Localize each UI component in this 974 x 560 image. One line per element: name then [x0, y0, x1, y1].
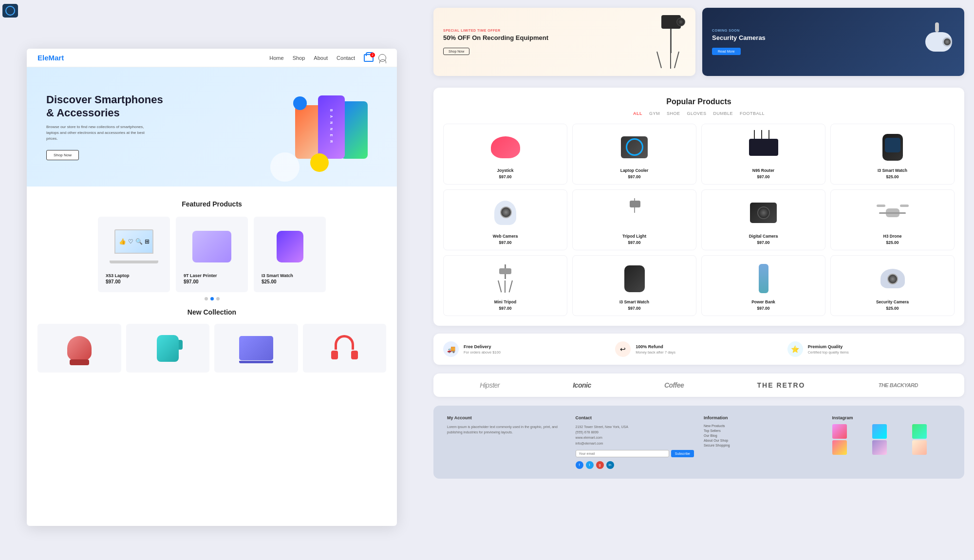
- delivery-icon: 🚚: [443, 341, 459, 357]
- seccam-img-area: [836, 261, 949, 296]
- filter-all[interactable]: ALL: [633, 111, 642, 116]
- tripod-img: [627, 198, 642, 227]
- nav-about[interactable]: About: [314, 55, 328, 61]
- dot-1[interactable]: [205, 297, 208, 300]
- hero-cta-button[interactable]: Shop Now: [46, 150, 79, 160]
- new-product-kettle[interactable]: [126, 324, 210, 373]
- service-quality: ⭐ Premium Quality Certified top quality …: [787, 341, 955, 357]
- product-webcam[interactable]: Web Camera $97.00: [443, 189, 567, 250]
- footer-account-text: Lorem ipsum is placeholder text commonly…: [447, 424, 566, 435]
- insta-img-6[interactable]: [912, 440, 927, 455]
- hero-banner: Discover Smartphones & Accessories Brows…: [27, 67, 397, 187]
- hero-title-line2: & Accessories: [46, 107, 120, 119]
- banner-recording-text: SPECIAL LIMITED TIME OFFER 50% OFF On Re…: [443, 29, 686, 55]
- webcam-price: $97.00: [449, 240, 562, 245]
- smartwatch-img: [882, 134, 903, 161]
- joystick-img-area: [449, 130, 562, 164]
- product-smartwatch2[interactable]: I3 Smart Watch $97.00: [572, 255, 696, 316]
- product-mini-tripod[interactable]: Mini Tripod $97.00: [443, 255, 567, 316]
- filter-football[interactable]: FOOTBALL: [740, 111, 765, 116]
- drone-img: [876, 203, 910, 223]
- product-router[interactable]: N95 Router $97.00: [701, 124, 825, 185]
- digicam-img-area: [707, 196, 820, 230]
- product-card-laptop[interactable]: 👍 ♡ 🔍 ⊞ X53 Laptop $97.00: [98, 217, 170, 292]
- filter-gloves[interactable]: GLOVES: [687, 111, 706, 116]
- product-laptop-cooler[interactable]: Laptop Cooler $97.00: [572, 124, 696, 185]
- right-panel: SPECIAL LIMITED TIME OFFER 50% OFF On Re…: [424, 0, 974, 560]
- quality-text: Premium Quality Certified top quality it…: [808, 344, 849, 355]
- insta-img-5[interactable]: [872, 440, 887, 455]
- insta-img-4[interactable]: [832, 440, 847, 455]
- product-tripod-light[interactable]: Tripod Light $97.00: [572, 189, 696, 250]
- insta-img-3[interactable]: [912, 424, 927, 439]
- seccam-name: Security Camera: [836, 299, 949, 304]
- footer-link-blog[interactable]: Our Blog: [704, 434, 823, 437]
- insta-img-1[interactable]: [832, 424, 847, 439]
- cart-icon[interactable]: 2: [364, 54, 374, 62]
- camera-tripod-icon: [652, 15, 691, 69]
- smartwatch2-img: [624, 265, 645, 292]
- new-product-headphones[interactable]: [303, 324, 387, 373]
- product-smartwatch[interactable]: I3 Smart Watch $25.00: [830, 124, 955, 185]
- headphones-right: [351, 351, 358, 359]
- product-powerbank[interactable]: Power Bank $97.00: [701, 255, 825, 316]
- footer-subscribe-btn[interactable]: Subscribe: [671, 450, 694, 457]
- footer-website: www.elemart.com: [576, 435, 694, 440]
- nav-shop[interactable]: Shop: [293, 55, 305, 61]
- hero-title-line1: Discover Smartphones: [46, 93, 163, 106]
- filter-dumble[interactable]: DUMBLE: [713, 111, 733, 116]
- website-mockup: EleMart Home Shop About Contact 2 Discov…: [27, 49, 397, 526]
- filter-shoe[interactable]: SHOE: [667, 111, 680, 116]
- footer-link-top-sellers[interactable]: Top Sellers: [704, 429, 823, 432]
- product-digicam[interactable]: Digital Camera $97.00: [701, 189, 825, 250]
- service-badges: 🚚 Free Delivery For orders above $100 ↩ …: [433, 334, 964, 365]
- hero-text: Discover Smartphones & Accessories Brows…: [46, 93, 377, 160]
- insta-img-2[interactable]: [872, 424, 887, 439]
- mt-leg1: [498, 280, 502, 293]
- new-products-grid: [27, 324, 397, 373]
- new-product-vacuum[interactable]: [37, 324, 121, 373]
- social-gplus[interactable]: g: [596, 461, 604, 469]
- social-twitter[interactable]: t: [586, 461, 594, 469]
- laptop-cooler-img: [621, 136, 648, 158]
- headphones-band: [335, 335, 354, 350]
- product-image-printer: [184, 224, 240, 268]
- dot-3[interactable]: [216, 297, 220, 300]
- brand-backyard: THE BACKYARD: [879, 382, 918, 388]
- social-facebook[interactable]: f: [576, 461, 583, 469]
- footer-link-about[interactable]: About Our Shop: [704, 439, 823, 442]
- sec-cam-mount: [935, 22, 939, 32]
- banner-recording-btn[interactable]: Shop Now: [443, 48, 469, 55]
- product-joystick[interactable]: Joystick $97.00: [443, 124, 567, 185]
- product-seccam[interactable]: Security Camera $25.00: [830, 255, 955, 316]
- filter-gym[interactable]: GYM: [649, 111, 660, 116]
- delivery-text: Free Delivery For orders above $100: [464, 344, 501, 355]
- footer-phone: (555) 678 8899: [576, 429, 694, 435]
- smartwatch-img-area: [836, 130, 949, 164]
- product-card-watch[interactable]: I3 Smart Watch $25.00: [254, 217, 326, 292]
- social-linkedin[interactable]: in: [606, 461, 614, 469]
- headphones-left: [331, 351, 338, 359]
- nav-home[interactable]: Home: [269, 55, 283, 61]
- product-price-printer: $97.00: [184, 279, 240, 284]
- footer-link-secure[interactable]: Secure Shopping: [704, 444, 823, 447]
- product-drone[interactable]: H3 Drone $25.00: [830, 189, 955, 250]
- service-refund: ↩ 100% Refund Money back after 7 days: [615, 341, 782, 357]
- products-row-3: Mini Tripod $97.00 I3 Smart Watch $97.00: [443, 255, 955, 316]
- footer-email-input[interactable]: [576, 450, 669, 457]
- refund-icon: ↩: [615, 341, 631, 357]
- banner-security-text: COMING SOON Security Cameras Read More: [712, 29, 955, 55]
- new-product-laptop2[interactable]: [214, 324, 298, 373]
- user-icon[interactable]: [378, 54, 386, 62]
- dot-2[interactable]: [210, 297, 214, 300]
- banner-security-btn[interactable]: Read More: [712, 48, 741, 55]
- banner-security: COMING SOON Security Cameras Read More: [702, 8, 964, 76]
- refund-text: 100% Refund Money back after 7 days: [636, 344, 675, 355]
- nav-contact[interactable]: Contact: [337, 55, 355, 61]
- footer-link-new-products[interactable]: New Products: [704, 424, 823, 428]
- banner-offer-label: SPECIAL LIMITED TIME OFFER: [443, 29, 686, 32]
- product-card-printer[interactable]: 9T Laser Printer $97.00: [176, 217, 248, 292]
- printer-image: [192, 231, 231, 262]
- powerbank-img-area: [707, 261, 820, 296]
- drone-arm: [879, 212, 906, 214]
